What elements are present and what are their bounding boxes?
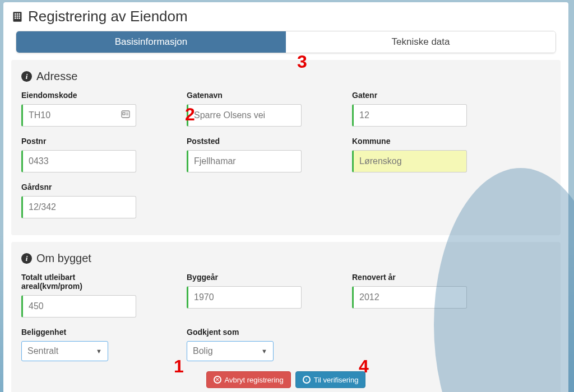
tab-tekniske-data[interactable]: Tekniske data: [286, 31, 556, 53]
cancel-icon: ✕: [214, 376, 221, 384]
gardsnr-input[interactable]: 12/342: [21, 196, 136, 218]
svg-rect-7: [15, 17, 16, 19]
gatenavn-label: Gatenavn: [187, 91, 302, 100]
gatenr-input[interactable]: 12: [352, 104, 467, 127]
poststed-input[interactable]: Fjellhamar: [187, 150, 302, 172]
info-icon: i: [21, 253, 32, 264]
next-button[interactable]: › Til verifisering: [295, 371, 366, 388]
section-om-bygget: i Om bygget Totalt utleibart areal(kvm/p…: [11, 242, 561, 392]
byggear-label: Byggeår: [187, 273, 302, 282]
beliggenhet-select[interactable]: Sentralt ▼: [21, 341, 108, 361]
godkjent-label: Godkjent som: [187, 328, 302, 337]
arrow-right-icon: ›: [303, 376, 311, 384]
beliggenhet-label: Beliggenhet: [21, 328, 136, 337]
section-adresse: i Adresse Eiendomskode TH10 Gatenavn Spa…: [11, 60, 561, 235]
tab-basisinformasjon[interactable]: Basisinformasjon: [16, 31, 286, 53]
svg-rect-11: [123, 113, 125, 115]
areal-label: Totalt utleibart areal(kvm/prom): [21, 273, 136, 291]
gatenr-label: Gatenr: [352, 91, 467, 100]
svg-rect-9: [19, 17, 21, 19]
svg-rect-3: [19, 13, 21, 15]
page-title-text: Registrering av Eiendom: [28, 8, 188, 25]
page-title: Registrering av Eiendom: [11, 8, 561, 25]
svg-rect-5: [17, 15, 18, 17]
cancel-button[interactable]: ✕ Avbryt registrering: [206, 371, 291, 388]
renovert-input[interactable]: 2012: [352, 286, 467, 309]
eiendomskode-label: Eiendomskode: [21, 91, 136, 100]
svg-rect-2: [17, 13, 18, 15]
godkjent-select[interactable]: Bolig ▼: [187, 341, 274, 361]
postnr-input[interactable]: 0433: [21, 150, 136, 172]
section-adresse-title: i Adresse: [21, 70, 550, 83]
areal-input[interactable]: 450: [21, 295, 136, 318]
action-bar: ✕ Avbryt registrering › Til verifisering: [21, 371, 550, 388]
svg-rect-1: [15, 13, 16, 15]
chevron-down-icon: ▼: [261, 348, 267, 354]
svg-rect-8: [17, 17, 18, 19]
building-icon: [11, 11, 24, 23]
gatenavn-input[interactable]: Sparre Olsens vei: [187, 104, 302, 127]
section-bygg-title: i Om bygget: [21, 252, 550, 265]
card-icon: [121, 110, 130, 120]
tab-bar: Basisinformasjon Tekniske data: [16, 31, 556, 53]
chevron-down-icon: ▼: [96, 348, 102, 354]
main-panel: Registrering av Eiendom Basisinformasjon…: [3, 2, 568, 392]
poststed-label: Poststed: [187, 137, 302, 146]
byggear-input[interactable]: 1970: [187, 286, 302, 309]
svg-rect-6: [19, 15, 21, 17]
renovert-label: Renovert år: [352, 273, 467, 282]
postnr-label: Postnr: [21, 137, 136, 146]
info-icon: i: [21, 71, 32, 82]
kommune-input[interactable]: Lørenskog: [352, 150, 467, 172]
svg-rect-4: [15, 15, 16, 17]
gardsnr-label: Gårdsnr: [21, 183, 136, 192]
kommune-label: Kommune: [352, 137, 467, 146]
eiendomskode-input[interactable]: TH10: [21, 104, 136, 127]
